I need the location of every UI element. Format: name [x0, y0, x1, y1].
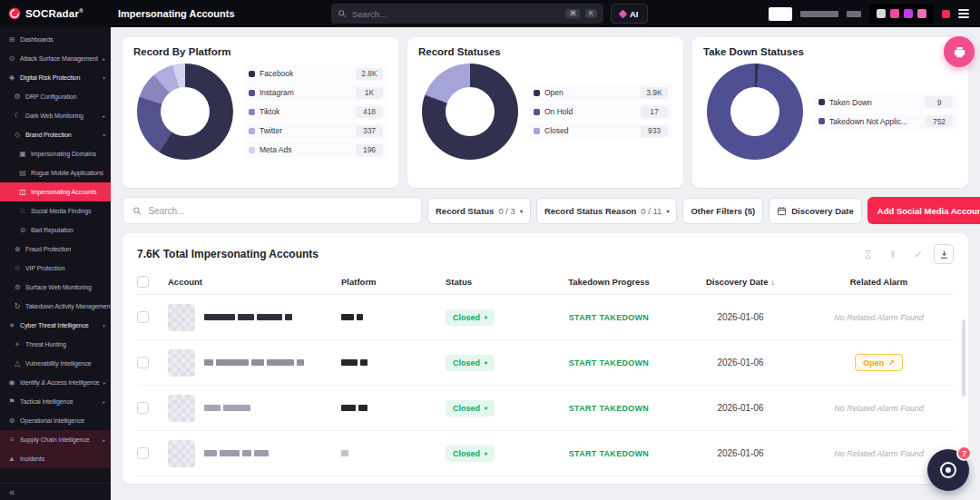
status-dropdown[interactable]: Closed▾	[446, 400, 495, 417]
scrollbar-thumb[interactable]	[962, 319, 965, 397]
sidebar-item-impersonating-domains[interactable]: ▣Impersonating Domains	[0, 144, 111, 163]
sidebar-item-supply-chain-intelligence[interactable]: ≡Supply Chain Intelligence▸	[0, 430, 111, 449]
check-icon[interactable]: ✓	[908, 244, 928, 264]
discovery-date-filter[interactable]: Discovery Date	[769, 198, 862, 224]
sidebar-item-dashboards[interactable]: ⊞Dashboards	[0, 30, 111, 49]
pause-icon[interactable]: ‖	[883, 244, 903, 264]
redacted-account-name	[204, 314, 295, 320]
status-dropdown[interactable]: Closed▾	[446, 309, 495, 326]
start-takedown-button[interactable]: START TAKEDOWN	[569, 313, 649, 322]
sidebar-item-label: Impersonating Accounts	[31, 189, 97, 195]
start-takedown-button[interactable]: START TAKEDOWN	[569, 358, 649, 368]
sidebar-item-drp-configuration[interactable]: ⚙DRP Configuration	[0, 87, 111, 106]
sidebar-item-vip-protection[interactable]: ☆VIP Protection	[0, 259, 111, 278]
sidebar-item-takedown-activity-management[interactable]: ↻Takedown Activity Management	[0, 297, 111, 316]
donut-hole	[446, 87, 495, 136]
app-switcher[interactable]	[869, 4, 934, 24]
column-discovery-date[interactable]: Discovery Date	[706, 277, 769, 287]
sidebar-item-social-media-findings[interactable]: ∷Social Media Findings	[0, 201, 111, 221]
legend-item: Twitter337	[244, 123, 387, 139]
table-search-input[interactable]	[148, 206, 412, 216]
sidebar-item-attack-surface-management[interactable]: ⊙Attack Surface Management▸	[0, 49, 111, 68]
header-cell-takedown-progress: Takedown Progress	[541, 277, 677, 287]
sidebar-item-vulnerability-intelligence[interactable]: △Vulnerability Intelligence	[0, 354, 111, 373]
other-filters-button[interactable]: Other Filters (5)	[682, 198, 763, 224]
sidebar-item-incidents[interactable]: ▲Incidents	[0, 449, 111, 468]
discovery-date-value: 2026-01-06	[717, 312, 763, 322]
add-social-media-account-button[interactable]: Add Social Media Account +	[867, 197, 980, 224]
app-tile-icon[interactable]	[917, 9, 926, 18]
notification-icon[interactable]	[942, 10, 950, 18]
sidebar-item-tactical-intelligence[interactable]: ⚑Tactical Intelligence▸	[0, 392, 111, 411]
chat-notification-badge: 7	[956, 446, 972, 461]
report-button[interactable]	[944, 36, 975, 67]
legend-label: On Hold	[544, 107, 636, 116]
filter-bar: Record Status 0 / 3 ▾ Record Status Reas…	[122, 197, 968, 224]
row-cell-account	[168, 395, 341, 422]
status-dropdown[interactable]: Closed▾	[446, 355, 495, 371]
column-account[interactable]: Account	[168, 277, 202, 287]
global-search-input[interactable]	[352, 9, 560, 19]
support-chat-button[interactable]: 7	[927, 449, 969, 491]
table-search[interactable]	[122, 197, 422, 224]
legend-bullet	[534, 90, 540, 96]
app-tile-icon[interactable]	[904, 9, 913, 18]
select-all-checkbox[interactable]	[137, 276, 149, 288]
related-alarm-open-badge[interactable]: Open↗	[855, 354, 903, 371]
start-takedown-button[interactable]: START TAKEDOWN	[569, 404, 649, 413]
status-label: Closed	[453, 358, 480, 368]
sidebar-item-identity-access-intelligence[interactable]: ◉Identity & Access Intelligence▸	[0, 373, 111, 392]
sidebar-item-rogue-mobile-applications[interactable]: ▤Rogue Mobile Applications	[0, 163, 111, 182]
sidebar-item-operational-intelligence[interactable]: ⊛Operational Intelligence	[0, 411, 111, 430]
header-cell-platform: Platform	[341, 277, 446, 287]
status-dropdown[interactable]: Closed▾	[446, 446, 495, 462]
app-tile-icon[interactable]	[877, 9, 886, 18]
sidebar-item-impersonating-accounts[interactable]: ◫Impersonating Accounts	[0, 182, 111, 201]
sidebar-item-surface-web-monitoring[interactable]: ⊚Surface Web Monitoring	[0, 278, 111, 297]
download-button[interactable]	[934, 244, 954, 264]
sidebar-item-label: Surface Web Monitoring	[25, 284, 92, 290]
topbar-right	[769, 4, 980, 24]
sidebar-item-dark-web-monitoring[interactable]: ☾Dark Web Monitoring▸	[0, 106, 111, 125]
column-platform[interactable]: Platform	[341, 277, 377, 287]
legend-label: Twitter	[260, 126, 351, 135]
record-status-filter[interactable]: Record Status 0 / 3 ▾	[427, 198, 531, 224]
row-checkbox[interactable]	[137, 311, 149, 323]
record-status-reason-filter[interactable]: Record Status Reason 0 / 11 ▾	[536, 198, 677, 224]
add-button-label: Add Social Media Account	[877, 206, 980, 216]
sidebar-collapse-button[interactable]: «	[0, 483, 111, 500]
registered-mark: ®	[79, 8, 83, 14]
row-cell-account	[168, 304, 341, 331]
attack-surface-management-icon: ⊙	[7, 54, 16, 63]
global-search[interactable]: ⌘ K	[331, 4, 603, 24]
redacted-block	[238, 314, 254, 320]
sidebar-item-digital-risk-protection[interactable]: ◈Digital Risk Protection▾	[0, 68, 111, 87]
record-status-filter-count: 0 / 3	[498, 206, 515, 216]
sidebar-item-threat-hunting[interactable]: ⌖Threat Hunting	[0, 335, 111, 354]
row-checkbox[interactable]	[137, 447, 149, 459]
column-takedown-progress[interactable]: Takedown Progress	[568, 277, 650, 287]
discovery-date-value: 2026-01-06	[717, 448, 763, 458]
row-checkbox[interactable]	[137, 402, 149, 414]
redacted-platform	[341, 405, 370, 411]
sidebar-item-bad-reputation[interactable]: ⊘Bad Reputation	[0, 221, 111, 240]
app-tile-icon[interactable]	[890, 9, 899, 18]
table-header: Account Platform Status Takedown Progres…	[137, 270, 954, 295]
ai-button[interactable]: AI	[611, 4, 648, 24]
sidebar-item-label: Rogue Mobile Applications	[31, 170, 103, 176]
other-filters-label: Other Filters (5)	[691, 206, 755, 216]
row-checkbox[interactable]	[137, 357, 149, 368]
legend-item: Tiktok418	[244, 103, 387, 120]
legend-value: 418	[356, 106, 383, 118]
column-status[interactable]: Status	[446, 277, 472, 287]
sidebar-item-cyber-threat-intelligence[interactable]: ∗Cyber Threat Intelligence▾	[0, 316, 111, 335]
column-related-alarm[interactable]: Related Alarm	[850, 277, 908, 287]
sort-desc-icon[interactable]: ↓	[771, 278, 776, 287]
start-takedown-button[interactable]: START TAKEDOWN	[569, 449, 649, 458]
filter-chips: Record Status 0 / 3 ▾ Record Status Reas…	[427, 197, 980, 224]
menu-icon[interactable]	[958, 9, 969, 18]
socradar-logo[interactable]: SOCRadar®	[0, 7, 111, 20]
sidebar-item-brand-protection[interactable]: ◇Brand Protection▾	[0, 125, 111, 144]
hourglass-icon[interactable]	[858, 244, 877, 264]
sidebar-item-fraud-protection[interactable]: ⊗Fraud Protection	[0, 240, 111, 259]
